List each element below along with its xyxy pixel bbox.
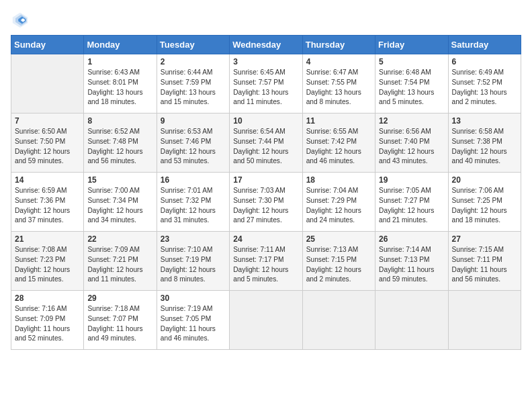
calendar-week-row: 7Sunrise: 6:50 AMSunset: 7:50 PMDaylight… [11, 113, 521, 173]
calendar-cell: 7Sunrise: 6:50 AMSunset: 7:50 PMDaylight… [11, 113, 84, 173]
calendar-cell: 24Sunrise: 7:11 AMSunset: 7:17 PMDayligh… [230, 232, 302, 291]
cell-content: Sunrise: 6:47 AMSunset: 7:55 PMDaylight:… [306, 68, 371, 107]
day-number: 12 [379, 116, 444, 126]
cell-content: Sunrise: 6:54 AMSunset: 7:44 PMDaylight:… [233, 127, 298, 167]
calendar-cell: 16Sunrise: 7:01 AMSunset: 7:32 PMDayligh… [157, 173, 229, 232]
calendar-week-row: 14Sunrise: 6:59 AMSunset: 7:36 PMDayligh… [11, 173, 521, 232]
calendar-cell [375, 291, 448, 350]
weekday-header-monday: Monday [84, 36, 157, 54]
logo [11, 11, 32, 30]
calendar-table: SundayMondayTuesdayWednesdayThursdayFrid… [11, 35, 521, 350]
calendar-cell: 11Sunrise: 6:55 AMSunset: 7:42 PMDayligh… [302, 113, 375, 173]
cell-content: Sunrise: 6:44 AMSunset: 7:59 PMDaylight:… [161, 68, 226, 107]
day-number: 10 [233, 116, 298, 126]
day-number: 30 [161, 293, 226, 303]
day-number: 11 [306, 116, 371, 126]
day-number: 9 [161, 116, 226, 126]
day-number: 26 [379, 234, 444, 244]
calendar-cell: 4Sunrise: 6:47 AMSunset: 7:55 PMDaylight… [302, 54, 375, 113]
calendar-cell [230, 291, 302, 350]
calendar-cell: 14Sunrise: 6:59 AMSunset: 7:36 PMDayligh… [11, 173, 84, 232]
day-number: 22 [87, 234, 152, 244]
cell-content: Sunrise: 7:08 AMSunset: 7:23 PMDaylight:… [15, 245, 80, 285]
cell-content: Sunrise: 7:14 AMSunset: 7:13 PMDaylight:… [379, 245, 444, 285]
day-number: 5 [379, 57, 444, 66]
cell-content: Sunrise: 7:19 AMSunset: 7:05 PMDaylight:… [161, 304, 226, 344]
calendar-cell: 13Sunrise: 6:58 AMSunset: 7:38 PMDayligh… [448, 113, 521, 173]
calendar-cell: 10Sunrise: 6:54 AMSunset: 7:44 PMDayligh… [230, 113, 302, 173]
cell-content: Sunrise: 6:53 AMSunset: 7:46 PMDaylight:… [161, 127, 226, 167]
calendar-cell: 27Sunrise: 7:15 AMSunset: 7:11 PMDayligh… [448, 232, 521, 291]
cell-content: Sunrise: 7:13 AMSunset: 7:15 PMDaylight:… [306, 245, 371, 285]
day-number: 4 [306, 57, 371, 66]
calendar-cell: 20Sunrise: 7:06 AMSunset: 7:25 PMDayligh… [448, 173, 521, 232]
calendar-cell: 6Sunrise: 6:49 AMSunset: 7:52 PMDaylight… [448, 54, 521, 113]
calendar-cell: 25Sunrise: 7:13 AMSunset: 7:15 PMDayligh… [302, 232, 375, 291]
day-number: 14 [15, 175, 80, 185]
calendar-cell: 17Sunrise: 7:03 AMSunset: 7:30 PMDayligh… [230, 173, 302, 232]
day-number: 2 [161, 57, 226, 66]
day-number: 19 [379, 175, 444, 185]
cell-content: Sunrise: 7:16 AMSunset: 7:09 PMDaylight:… [15, 304, 80, 344]
day-number: 27 [452, 234, 517, 244]
page-header [11, 11, 521, 30]
cell-content: Sunrise: 6:45 AMSunset: 7:57 PMDaylight:… [233, 68, 298, 107]
calendar-cell: 29Sunrise: 7:18 AMSunset: 7:07 PMDayligh… [84, 291, 157, 350]
weekday-header-row: SundayMondayTuesdayWednesdayThursdayFrid… [11, 36, 521, 54]
cell-content: Sunrise: 7:10 AMSunset: 7:19 PMDaylight:… [161, 245, 226, 285]
calendar-cell: 30Sunrise: 7:19 AMSunset: 7:05 PMDayligh… [157, 291, 229, 350]
cell-content: Sunrise: 6:49 AMSunset: 7:52 PMDaylight:… [452, 68, 517, 107]
cell-content: Sunrise: 7:01 AMSunset: 7:32 PMDaylight:… [161, 186, 226, 226]
cell-content: Sunrise: 6:48 AMSunset: 7:54 PMDaylight:… [379, 68, 444, 107]
cell-content: Sunrise: 7:03 AMSunset: 7:30 PMDaylight:… [233, 186, 298, 226]
day-number: 16 [161, 175, 226, 185]
day-number: 8 [87, 116, 152, 126]
logo-icon [11, 11, 30, 30]
cell-content: Sunrise: 6:55 AMSunset: 7:42 PMDaylight:… [306, 127, 371, 167]
weekday-header-wednesday: Wednesday [230, 36, 302, 54]
calendar-cell [11, 54, 84, 113]
cell-content: Sunrise: 7:15 AMSunset: 7:11 PMDaylight:… [452, 245, 517, 285]
calendar-cell: 18Sunrise: 7:04 AMSunset: 7:29 PMDayligh… [302, 173, 375, 232]
day-number: 18 [306, 175, 371, 185]
cell-content: Sunrise: 7:09 AMSunset: 7:21 PMDaylight:… [87, 245, 152, 285]
weekday-header-thursday: Thursday [302, 36, 375, 54]
cell-content: Sunrise: 6:50 AMSunset: 7:50 PMDaylight:… [15, 127, 80, 167]
calendar-cell [302, 291, 375, 350]
day-number: 7 [15, 116, 80, 126]
day-number: 6 [452, 57, 517, 66]
calendar-cell: 8Sunrise: 6:52 AMSunset: 7:48 PMDaylight… [84, 113, 157, 173]
day-number: 20 [452, 175, 517, 185]
day-number: 25 [306, 234, 371, 244]
cell-content: Sunrise: 6:43 AMSunset: 8:01 PMDaylight:… [87, 68, 152, 107]
cell-content: Sunrise: 6:58 AMSunset: 7:38 PMDaylight:… [452, 127, 517, 167]
calendar-cell: 21Sunrise: 7:08 AMSunset: 7:23 PMDayligh… [11, 232, 84, 291]
day-number: 21 [15, 234, 80, 244]
calendar-cell: 3Sunrise: 6:45 AMSunset: 7:57 PMDaylight… [230, 54, 302, 113]
calendar-cell: 1Sunrise: 6:43 AMSunset: 8:01 PMDaylight… [84, 54, 157, 113]
cell-content: Sunrise: 7:11 AMSunset: 7:17 PMDaylight:… [233, 245, 298, 285]
calendar-week-row: 28Sunrise: 7:16 AMSunset: 7:09 PMDayligh… [11, 291, 521, 350]
cell-content: Sunrise: 6:59 AMSunset: 7:36 PMDaylight:… [15, 186, 80, 226]
day-number: 17 [233, 175, 298, 185]
cell-content: Sunrise: 6:52 AMSunset: 7:48 PMDaylight:… [87, 127, 152, 167]
calendar-cell [448, 291, 521, 350]
cell-content: Sunrise: 7:05 AMSunset: 7:27 PMDaylight:… [379, 186, 444, 226]
calendar-week-row: 21Sunrise: 7:08 AMSunset: 7:23 PMDayligh… [11, 232, 521, 291]
calendar-cell: 5Sunrise: 6:48 AMSunset: 7:54 PMDaylight… [375, 54, 448, 113]
calendar-cell: 15Sunrise: 7:00 AMSunset: 7:34 PMDayligh… [84, 173, 157, 232]
cell-content: Sunrise: 7:04 AMSunset: 7:29 PMDaylight:… [306, 186, 371, 226]
day-number: 28 [15, 293, 80, 303]
day-number: 23 [161, 234, 226, 244]
calendar-cell: 22Sunrise: 7:09 AMSunset: 7:21 PMDayligh… [84, 232, 157, 291]
cell-content: Sunrise: 7:00 AMSunset: 7:34 PMDaylight:… [87, 186, 152, 226]
calendar-cell: 23Sunrise: 7:10 AMSunset: 7:19 PMDayligh… [157, 232, 229, 291]
day-number: 3 [233, 57, 298, 66]
calendar-cell: 28Sunrise: 7:16 AMSunset: 7:09 PMDayligh… [11, 291, 84, 350]
weekday-header-sunday: Sunday [11, 36, 84, 54]
day-number: 29 [87, 293, 152, 303]
weekday-header-friday: Friday [375, 36, 448, 54]
weekday-header-saturday: Saturday [448, 36, 521, 54]
calendar-cell: 19Sunrise: 7:05 AMSunset: 7:27 PMDayligh… [375, 173, 448, 232]
day-number: 15 [87, 175, 152, 185]
